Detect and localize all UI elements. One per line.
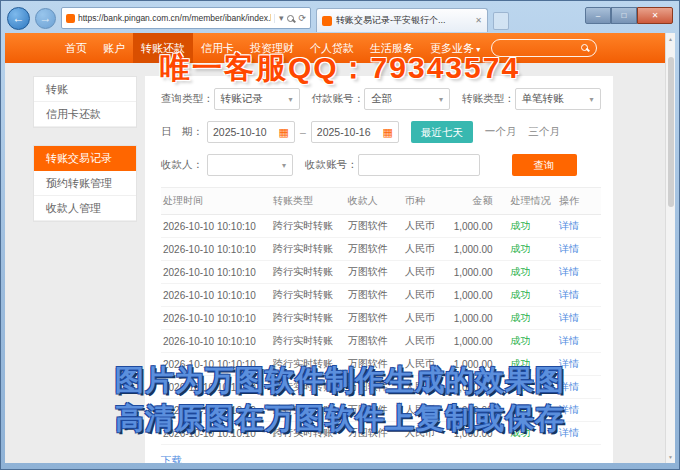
column-header: 币种: [403, 188, 447, 215]
topnav-item[interactable]: 生活服务: [362, 33, 422, 63]
cell-transfer-type: 跨行实时转账: [271, 284, 346, 307]
cell-currency: 人民币: [403, 399, 447, 422]
status-text: 成功: [509, 215, 557, 238]
table-row: 2026-10-10 10:10:10 跨行实时转账 万图软件 人民币 3,90…: [161, 399, 601, 422]
new-tab-button[interactable]: [493, 12, 509, 30]
cell-amount: 1,000.00: [447, 307, 509, 330]
records-body: 2026-10-10 10:10:10 跨行实时转账 万图软件 人民币 1,00…: [161, 215, 601, 445]
top-navigation: 首页账户转账还款信用卡投资理财个人贷款生活服务更多业务: [5, 33, 665, 63]
sidebar-item[interactable]: 预约转账管理: [34, 171, 136, 196]
topnav-item[interactable]: 更多业务: [422, 33, 488, 63]
pay-account-label: 付款账号：: [312, 92, 365, 106]
close-button[interactable]: ✕: [637, 7, 673, 24]
detail-link[interactable]: 详情: [557, 422, 601, 445]
date-label: 日 期：: [161, 125, 203, 139]
maximize-button[interactable]: □: [611, 7, 637, 24]
refresh-icon[interactable]: ⟳: [298, 14, 306, 23]
topnav-item[interactable]: 账户: [95, 33, 133, 63]
cell-process-time: 2026-10-10 10:10:10: [161, 284, 271, 307]
tab-close-icon[interactable]: ✕: [475, 16, 482, 25]
cell-transfer-type: 跨行实时转账: [271, 215, 346, 238]
sidebar-item[interactable]: 转账交易记录: [34, 146, 136, 171]
calendar-icon[interactable]: ▦: [382, 127, 392, 138]
detail-link[interactable]: 详情: [557, 261, 601, 284]
sidebar-item[interactable]: 信用卡还款: [34, 102, 136, 127]
detail-link[interactable]: 详情: [557, 330, 601, 353]
quick-range-button[interactable]: 一个月: [485, 125, 517, 139]
query-type-select[interactable]: 转账记录 ▾: [214, 88, 300, 110]
forward-arrow-icon: →: [40, 11, 52, 25]
cell-process-time: 2026-10-10 10:10:10: [161, 238, 271, 261]
cell-process-time: 2026-10-10 10:10:10: [161, 422, 271, 445]
cell-amount: 1,000.00: [447, 238, 509, 261]
status-text: 成功: [509, 284, 557, 307]
url-dropdown-icon[interactable]: ▾: [279, 14, 284, 23]
tab-favicon-icon: [322, 16, 332, 26]
filter-row-date: 日 期： 2025-10-10 ▦ – 2025-10-16 ▦ 最近七天一个月…: [161, 121, 601, 143]
cell-currency: 人民币: [403, 422, 447, 445]
search-icon[interactable]: [287, 15, 294, 22]
query-button[interactable]: 查询: [512, 154, 577, 176]
scrollbar-thumb[interactable]: [668, 57, 674, 207]
detail-link[interactable]: 详情: [557, 284, 601, 307]
date-from-input[interactable]: 2025-10-10 ▦: [207, 121, 295, 143]
topnav-item[interactable]: 信用卡: [193, 33, 242, 63]
sidebar-item[interactable]: 收款人管理: [34, 196, 136, 221]
payee-account-input[interactable]: [358, 154, 480, 176]
detail-link[interactable]: 详情: [557, 376, 601, 399]
cell-process-time: 2026-10-10 10:10:10: [161, 330, 271, 353]
date-to-input[interactable]: 2025-10-16 ▦: [311, 121, 399, 143]
status-text: 成功: [509, 238, 557, 261]
detail-link[interactable]: 详情: [557, 238, 601, 261]
window-controls: – □ ✕: [585, 7, 673, 24]
minimize-button[interactable]: –: [585, 7, 611, 24]
date-to-value: 2025-10-16: [317, 126, 371, 138]
detail-link[interactable]: 详情: [557, 215, 601, 238]
quick-range-button[interactable]: 最近七天: [411, 121, 473, 143]
filter-row-type: 查询类型： 转账记录 ▾ 付款账号： 全部 ▾ 转账类型： 单笔转账 ▾: [161, 88, 601, 110]
transfer-type-select[interactable]: 单笔转账 ▾: [515, 88, 601, 110]
payee-select[interactable]: ▾: [207, 154, 293, 176]
cell-transfer-type: 跨行实时转账: [271, 353, 346, 376]
sidebar-item[interactable]: 转账: [34, 77, 136, 102]
cell-payee: 万图软件: [346, 376, 403, 399]
cell-payee: 万图软件: [346, 353, 403, 376]
payee-label: 收款人：: [161, 158, 203, 172]
cell-process-time: 2026-10-10 10:10:10: [161, 399, 271, 422]
sidebar: 转账信用卡还款 转账交易记录预约转账管理收款人管理: [33, 76, 137, 463]
table-row: 2026-10-10 10:10:10 跨行实时转账 万图软件 人民币 1,00…: [161, 353, 601, 376]
transfer-type-value: 单笔转账: [522, 92, 564, 106]
calendar-icon[interactable]: ▦: [279, 127, 289, 138]
topnav-item[interactable]: 转账还款: [133, 33, 193, 63]
date-from-value: 2025-10-10: [213, 126, 267, 138]
address-bar[interactable]: https://bank.pingan.com.cn/m/member/iban…: [61, 7, 311, 29]
topnav-item[interactable]: 投资理财: [242, 33, 302, 63]
cell-transfer-type: 跨行实时转账: [271, 422, 346, 445]
date-range-dash: –: [300, 126, 306, 138]
scroll-up-icon[interactable]: ▲: [668, 33, 673, 45]
back-arrow-icon: ←: [13, 11, 25, 25]
download-link[interactable]: 下载: [161, 454, 182, 463]
browser-tab[interactable]: 转账交易记录-平安银行个... ✕: [316, 8, 488, 32]
scroll-down-icon[interactable]: ▼: [668, 451, 673, 463]
cell-payee: 万图软件: [346, 238, 403, 261]
chevron-down-icon: ▾: [439, 95, 443, 104]
address-bar-icons: ▾ ⟳: [274, 14, 306, 23]
chevron-down-icon: ▾: [589, 95, 593, 104]
page-scrollbar[interactable]: ▲ ▼: [665, 33, 675, 463]
cell-amount: 1,000.00: [447, 330, 509, 353]
query-type-label: 查询类型：: [161, 92, 214, 106]
browser-back-button[interactable]: ←: [7, 7, 30, 30]
cell-payee: 万图软件: [346, 330, 403, 353]
topnav-item[interactable]: 个人贷款: [302, 33, 362, 63]
quick-range-button[interactable]: 三个月: [528, 125, 560, 139]
browser-forward-button[interactable]: →: [35, 8, 56, 29]
cell-amount: 1,000.00: [447, 376, 509, 399]
pay-account-select[interactable]: 全部 ▾: [364, 88, 450, 110]
topnav-item[interactable]: 首页: [57, 33, 95, 63]
detail-link[interactable]: 详情: [557, 399, 601, 422]
browser-window: ← → https://bank.pingan.com.cn/m/member/…: [0, 0, 680, 470]
detail-link[interactable]: 详情: [557, 353, 601, 376]
site-search-box[interactable]: [491, 39, 597, 57]
detail-link[interactable]: 详情: [557, 307, 601, 330]
